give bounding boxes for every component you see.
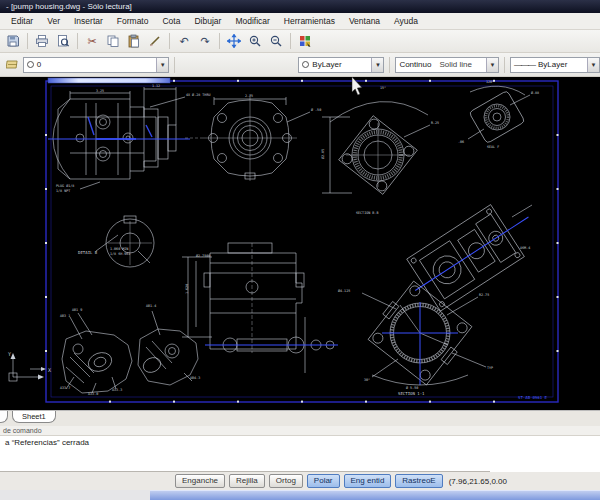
status-ortog-button[interactable]: Ortog bbox=[269, 474, 303, 488]
dim-text: TYP bbox=[487, 366, 493, 370]
status-engentid-button[interactable]: Eng entid bbox=[344, 474, 392, 488]
undo-icon: ↶ bbox=[179, 36, 188, 47]
menu-cota[interactable]: Cota bbox=[155, 14, 187, 28]
toolbar-separator bbox=[389, 57, 390, 73]
view-rotated-assembly bbox=[398, 191, 545, 317]
detail-b-label: DETAIL B bbox=[78, 250, 98, 255]
dim-text: 1/8 NPT bbox=[56, 189, 70, 193]
dim-text: R.25 bbox=[431, 121, 439, 125]
status-polar-button[interactable]: Polar bbox=[307, 474, 340, 488]
lineweight-value: ByLayer bbox=[538, 60, 567, 69]
window-title: - [pump housing.dwg - Sólo lectura] bbox=[6, 2, 132, 11]
copy-icon bbox=[106, 34, 120, 48]
layer-states-button[interactable] bbox=[4, 55, 21, 74]
menu-herramientas[interactable]: Herramientas bbox=[277, 14, 342, 28]
pan-icon bbox=[227, 34, 241, 48]
command-history[interactable]: a “Referencias” cerrada bbox=[0, 436, 600, 456]
cad-drawing: DETAIL B SECTION 1-1 SECTION B-B SEAL F … bbox=[0, 77, 600, 410]
dim-text: 1/8 SH-961 bbox=[110, 252, 130, 256]
menu-ver[interactable]: Ver bbox=[40, 14, 67, 28]
status-enganche-button[interactable]: Enganche bbox=[175, 474, 225, 488]
dim-text: 2.75 bbox=[245, 94, 253, 98]
undo-button[interactable]: ↶ bbox=[174, 32, 194, 51]
command-window-header[interactable]: de comando bbox=[0, 426, 600, 436]
view-iso-2 bbox=[138, 311, 198, 385]
cut-button[interactable]: ✂ bbox=[82, 32, 102, 51]
tab-sheet1[interactable]: Sheet1 bbox=[12, 411, 56, 423]
dim-text: PLUG Ø1/8 bbox=[56, 184, 74, 188]
taskbar-strip bbox=[0, 490, 600, 500]
print-preview-button[interactable] bbox=[53, 32, 73, 51]
dim-text: Ø2.7500 bbox=[196, 254, 210, 258]
paste-button[interactable] bbox=[124, 32, 144, 51]
dim-text: A33.7 bbox=[60, 386, 70, 390]
dropdown-arrow-icon[interactable]: ▼ bbox=[587, 58, 599, 72]
rolled-palette-bar[interactable] bbox=[48, 78, 170, 83]
menu-formato[interactable]: Formato bbox=[110, 14, 156, 28]
taskbar-strip-highlight bbox=[150, 490, 600, 500]
command-input[interactable] bbox=[0, 456, 600, 472]
zoom-in-icon bbox=[248, 34, 262, 48]
linetype-value: Continuo bbox=[399, 60, 431, 69]
copy-button[interactable] bbox=[103, 32, 123, 51]
coordinates-readout: (7.96,21.65,0.00 bbox=[449, 477, 507, 486]
title-bar: - [pump housing.dwg - Sólo lectura] bbox=[0, 0, 600, 13]
dim-text: 3.25 bbox=[96, 89, 104, 93]
dim-text: R2.75 bbox=[479, 293, 489, 297]
dim-text: Ø2.05 bbox=[321, 149, 325, 159]
dim-text: 15° bbox=[380, 86, 386, 90]
print-icon bbox=[35, 34, 49, 48]
sheet-border bbox=[45, 80, 559, 403]
dropdown-arrow-icon[interactable]: ▼ bbox=[486, 58, 498, 72]
menu-ventana[interactable]: Ventana bbox=[342, 14, 387, 28]
dim-text: AB4-3 bbox=[190, 376, 200, 380]
app-window: - [pump housing.dwg - Sólo lectura] Edit… bbox=[0, 0, 600, 500]
menu-bar: Editar Ver Insertar Formato Cota Dibujar… bbox=[0, 13, 600, 30]
tab-model-partial[interactable] bbox=[0, 411, 8, 423]
layer-palette-button[interactable] bbox=[295, 32, 315, 51]
layer-value: 0 bbox=[37, 60, 41, 69]
draw-line-button[interactable] bbox=[145, 32, 165, 51]
menu-dibujar[interactable]: Dibujar bbox=[187, 14, 228, 28]
command-history-line: a “Referencias” cerrada bbox=[5, 438, 89, 447]
color-select[interactable]: ByLayer ▼ bbox=[298, 57, 384, 73]
layer-select[interactable]: 0 ▼ bbox=[23, 57, 170, 73]
dim-text: A33.0 bbox=[88, 392, 98, 396]
save-icon bbox=[6, 34, 20, 48]
lineweight-sample: ——— bbox=[514, 60, 535, 69]
linetype-detail: Solid line bbox=[439, 60, 471, 69]
status-rastreoe-button[interactable]: RastreoE bbox=[395, 474, 442, 488]
dim-text: Ø4.125 bbox=[338, 289, 350, 293]
linetype-select[interactable]: Continuo Solid line ▼ bbox=[395, 57, 499, 73]
menu-editar[interactable]: Editar bbox=[4, 14, 40, 28]
ucs-y-label: Y bbox=[8, 351, 11, 357]
menu-modificar[interactable]: Modificar bbox=[228, 14, 276, 28]
save-button[interactable] bbox=[3, 32, 23, 51]
status-rejilla-button[interactable]: Rejilla bbox=[229, 474, 265, 488]
redo-button[interactable]: ↷ bbox=[195, 32, 215, 51]
standard-toolbar: ✂ ↶ ↷ bbox=[0, 30, 600, 53]
lineweight-select[interactable]: ——— ByLayer ▼ bbox=[510, 57, 600, 73]
layer-states-icon bbox=[6, 58, 19, 71]
command-input-row bbox=[0, 456, 600, 472]
view-seal-detail bbox=[468, 86, 530, 143]
zoom-in-button[interactable] bbox=[245, 32, 265, 51]
paste-icon bbox=[127, 34, 141, 48]
dim-text: A33.3 bbox=[112, 388, 122, 392]
drawing-canvas[interactable]: DETAIL B SECTION 1-1 SECTION B-B SEAL F … bbox=[0, 77, 600, 410]
menu-insertar[interactable]: Insertar bbox=[67, 14, 110, 28]
dim-text: AB1 9 bbox=[72, 308, 82, 312]
menu-ayuda[interactable]: Ayuda bbox=[387, 14, 425, 28]
highlighted-entities bbox=[48, 117, 190, 139]
dim-text: 1.12 bbox=[152, 84, 160, 88]
layer-color-swatch bbox=[27, 61, 34, 68]
pan-button[interactable] bbox=[224, 32, 244, 51]
dim-text: Ø .50 bbox=[311, 108, 321, 112]
dim-text: ASM-4 bbox=[520, 246, 530, 250]
dropdown-arrow-icon[interactable]: ▼ bbox=[156, 58, 168, 72]
dim-text: Ø.88 bbox=[531, 91, 539, 95]
dim-text: Ø 5.50 bbox=[406, 386, 418, 390]
dropdown-arrow-icon[interactable]: ▼ bbox=[371, 58, 383, 72]
zoom-out-button[interactable] bbox=[266, 32, 286, 51]
print-button[interactable] bbox=[32, 32, 52, 51]
